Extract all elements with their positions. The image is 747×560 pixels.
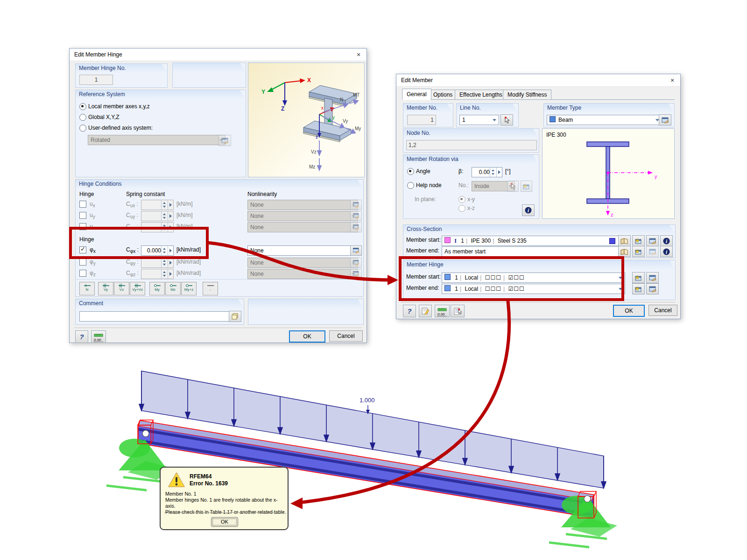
empty-panel-bottom [248,299,364,325]
beta-label: β: [458,168,463,175]
close-icon[interactable]: × [667,76,677,85]
cancel-button[interactable]: Cancel [329,330,363,342]
tab-effective-lengths[interactable]: Effective Lengths [455,90,507,99]
mh-end-edit-button[interactable] [646,283,659,294]
cs-end-new-button[interactable] [632,246,645,257]
cs-start-edit-button[interactable] [646,235,659,246]
member-help-button[interactable]: ? [403,305,416,317]
units-button[interactable]: 0.00 [91,330,106,343]
member-cancel-button[interactable]: Cancel [648,305,677,316]
hinge-sym-ux: ux [90,201,95,208]
radio-global-axes-label: Global X,Y,Z [88,114,119,120]
hinge-pattern-rotations: ☑☐☐ [508,274,524,281]
radio-angle[interactable] [407,168,414,175]
member-dialog-titlebar[interactable]: Edit Member × [396,74,680,87]
cs-start-new-button[interactable] [632,235,645,246]
unit-ux: [kN/m] [176,201,193,207]
radio-local-axes[interactable] [79,103,86,110]
cs-start-info-button[interactable]: i [660,235,673,246]
preset-hinge-My[interactable]: My [149,282,165,295]
nonlinearity-edit-phix[interactable] [350,245,362,256]
member-units-button[interactable]: 0.00 [435,305,450,317]
ok-button[interactable]: OK [289,330,325,343]
line-pick-button[interactable] [500,114,513,126]
preset-hinge-VyVz[interactable]: Vy+Vz [130,282,145,295]
close-icon[interactable]: × [353,50,364,59]
comment-combo[interactable] [79,311,237,322]
axis-label-Z: Z [281,105,284,112]
hinge-dialog-titlebar[interactable]: Edit Member Hinge × [70,49,366,61]
node-no-label: Node No. [403,129,539,138]
spring-field-ux [141,200,174,210]
cs-member-start-combo[interactable]: I 1| IPE 300| Steel S 235 [442,236,625,246]
nonlinearity-combo-phix[interactable]: None [247,245,358,256]
mh-member-start-combo[interactable]: 1| Local| ☐☐☐| ☑☐☐ [442,273,625,283]
cross-section-preview: IPE 300 y z [542,128,675,219]
radio-plane-xy-label: x-y [467,196,475,203]
spring-field-phix[interactable]: 0.000 [141,245,174,256]
nonlinearity-combo-ux: None [247,200,358,210]
rotation-info-button[interactable]: i [522,204,535,216]
radio-help-node[interactable] [407,182,414,189]
radio-user-axes[interactable] [79,125,86,132]
nonlinearity-edit-phiz [350,269,362,279]
axis-label-local-y: y [332,115,335,120]
preset-hinge-Mz[interactable]: Mz [165,282,181,295]
comment-copy-button[interactable] [229,311,241,322]
spring-field-phiy [141,258,174,268]
force-label-Vz: Vz [311,149,317,154]
preset-hinge-Vy[interactable]: Vy [98,282,113,295]
error-ok-button[interactable]: OK [211,517,238,527]
cs-start-library-button[interactable] [618,235,631,246]
page: { "hinge_dialog": { "title": "Edit Membe… [0,0,747,560]
preset-hinge-none[interactable]: - [203,282,218,295]
nonlinearity-combo-uy: None [247,211,358,221]
info-icon: i [525,207,532,214]
tab-general[interactable]: General [402,89,431,100]
tab-options[interactable]: Options [429,90,457,99]
section-axis-y: y [655,174,657,179]
error-line-2: Member hinges No. 1 are freely rotable a… [165,497,288,509]
mh-end-new-button[interactable] [632,283,645,294]
mh-start-new-button[interactable] [632,272,645,283]
line-no-label: Line No. [457,104,518,113]
error-line-1: Member No. 1 [165,491,288,497]
mh-member-start-label: Member start: [406,273,441,280]
line-no-combo[interactable]: 1 [459,115,499,125]
cs-end-info-button[interactable]: i [660,246,673,257]
cs-member-start-label: Member start: [406,237,441,243]
member-comment-button[interactable] [419,305,432,317]
mh-start-edit-button[interactable] [646,272,659,283]
edit-member-hinge-dialog: Edit Member Hinge × Member Hinge No. 1 X… [69,48,367,343]
hinge-pattern-translations: ☐☐☐ [485,286,501,292]
radio-angle-label: Angle [416,168,430,175]
preset-hinge-N[interactable]: N [79,282,95,295]
force-label-My: My [355,126,361,131]
hinge-dialog-title: Edit Member Hinge [74,51,122,58]
hinge-conditions-label: Hinge Conditions [76,180,363,189]
cs-end-library-button[interactable] [618,246,631,257]
spring-label-phix: Cφx : [126,246,139,254]
tab-modify-stiffness[interactable]: Modify Stiffness [503,90,551,99]
member-pick-list-button[interactable] [451,305,465,317]
edit-settings-icon [221,138,229,144]
beta-spinner[interactable]: 0.00 [472,167,502,177]
help-button[interactable]: ? [75,330,88,343]
load-value-label: 1.000 [359,397,375,404]
line-no-group: Line No. 1 [456,103,519,127]
member-type-combo[interactable]: Beam [547,115,662,125]
cs-member-end-combo[interactable]: As member start [442,246,625,257]
node-left [142,430,149,437]
hinge-color-icon [444,274,451,280]
spring-label-phiy: Cφy : [126,259,139,266]
force-label-Vy: Vy [343,119,348,124]
member-ok-button[interactable]: OK [613,305,645,317]
member-type-edit-button[interactable] [659,114,671,126]
hinge-checkbox-uz [79,223,86,230]
radio-global-axes[interactable] [79,114,86,121]
hinge-checkbox-phix[interactable] [79,246,86,253]
preset-hinge-Vz[interactable]: Vz [114,282,129,295]
mh-member-end-combo[interactable]: 1| Local| ☐☐☐| ☑☐☐ [442,284,625,294]
preset-hinge-Myz[interactable]: My+z [181,282,197,295]
units-icon: 0.00 [94,332,103,342]
